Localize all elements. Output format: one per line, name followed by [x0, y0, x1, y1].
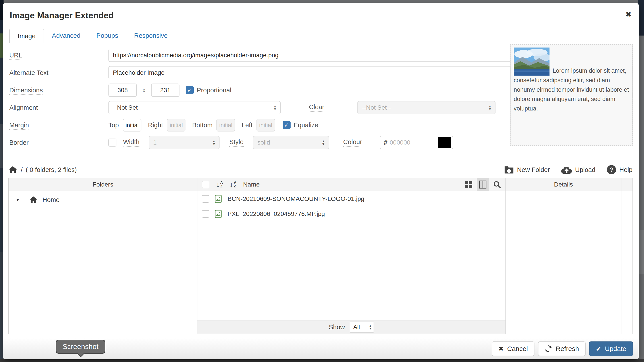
alignment-select[interactable]: --Not Set-- ▲▼ — [108, 101, 280, 114]
height-input[interactable] — [151, 84, 180, 97]
colour-swatch[interactable] — [438, 137, 451, 148]
margin-right-input[interactable] — [167, 119, 186, 132]
refresh-button[interactable]: Refresh — [538, 342, 586, 356]
image-file-icon — [215, 195, 222, 203]
cancel-x-icon: ✖ — [498, 345, 504, 353]
border-width-select[interactable]: 1 ▲▼ — [149, 136, 220, 149]
upload-button[interactable]: Upload — [561, 166, 595, 174]
update-button[interactable]: ✔ Update — [589, 342, 633, 356]
alignment-row: Alignment --Not Set-- ▲▼ Clear --Not Set… — [9, 101, 516, 114]
details-body — [506, 191, 632, 334]
file-row[interactable]: PXL_20220806_020459776.MP.jpg — [198, 206, 506, 221]
margin-bottom-label: Bottom — [192, 122, 212, 129]
select-arrows-icon: ▲▼ — [369, 325, 372, 330]
margin-right-label: Right — [148, 122, 163, 129]
margin-row: Margin Top Right Bottom Left ✓ Equalize — [9, 118, 516, 132]
details-scrollbar-divider — [621, 178, 622, 334]
name-column-header: Name — [243, 181, 260, 188]
folder-item-label: Home — [42, 196, 60, 203]
home-icon[interactable] — [9, 166, 17, 173]
browser-actions: New Folder Upload ? Help — [504, 165, 632, 174]
show-select[interactable]: All ▲▼ — [350, 322, 374, 333]
margin-bottom-input[interactable] — [216, 119, 235, 132]
sort-name-icon[interactable]: ↓ AZ — [216, 181, 223, 188]
alternate-text-row: Alternate Text — [9, 66, 516, 79]
proportional-checkbox[interactable]: ✓ — [186, 86, 194, 94]
border-colour-input[interactable] — [390, 139, 438, 146]
image-preview-box: Lorem ipsum dolor sit amet, consetetur s… — [510, 44, 633, 146]
help-icon: ? — [607, 165, 616, 174]
tab-advanced[interactable]: Advanced — [44, 28, 88, 43]
file-browser: Folders ▼ Home ↓ AZ ↓ AZ Name — [8, 178, 633, 334]
border-colour-label: Colour — [343, 138, 362, 147]
search-icon[interactable] — [491, 178, 503, 191]
home-folder-icon — [30, 196, 37, 203]
details-panel: Details — [506, 178, 632, 334]
border-checkbox[interactable] — [108, 139, 116, 147]
caret-down-icon[interactable]: ▼ — [16, 197, 20, 202]
tab-image[interactable]: Image — [9, 29, 44, 43]
margin-left-label: Left — [242, 122, 252, 129]
border-row: Border Width 1 ▲▼ Style solid ▲▼ Colour … — [9, 136, 516, 149]
alternate-text-input[interactable] — [108, 66, 511, 79]
files-footer: Show All ▲▼ — [198, 320, 506, 334]
border-label: Border — [9, 139, 28, 147]
file-checkbox[interactable] — [202, 195, 209, 203]
cancel-button[interactable]: ✖ Cancel — [492, 342, 534, 356]
background-page-right-edge — [638, 0, 644, 362]
border-style-select[interactable]: solid ▲▼ — [253, 136, 329, 149]
url-row: URL — [9, 49, 516, 62]
hash-prefix: # — [384, 139, 388, 146]
folder-item-home[interactable]: ▼ Home — [9, 191, 197, 208]
border-style-label: Style — [229, 138, 244, 147]
screenshot-tooltip: Screenshot — [56, 340, 105, 354]
dialog-title: Image Manager Extended — [10, 10, 114, 20]
folders-header: Folders — [9, 178, 197, 191]
select-arrows-icon: ▲▼ — [273, 105, 277, 111]
file-name: PXL_20220806_020459776.MP.jpg — [228, 210, 325, 217]
margin-left-input[interactable] — [256, 119, 275, 132]
tab-popups[interactable]: Popups — [88, 28, 126, 43]
file-list: BCN-20210609-SONOMACOUNTY-LOGO-01.jpg PX… — [198, 191, 506, 320]
folder-summary: ( 0 folders, 2 files) — [26, 166, 76, 174]
equalize-label: Equalize — [294, 122, 318, 129]
equalize-checkbox[interactable]: ✓ — [282, 121, 290, 129]
image-file-icon — [215, 210, 222, 218]
update-check-icon: ✔ — [596, 345, 601, 353]
sort-date-icon[interactable]: ↓ AZ — [230, 181, 236, 188]
show-label: Show — [329, 324, 345, 331]
new-folder-icon — [504, 166, 514, 174]
dimensions-label: Dimensions — [9, 87, 43, 95]
select-all-checkbox[interactable] — [202, 181, 209, 188]
url-input[interactable] — [108, 49, 511, 62]
folders-panel: Folders ▼ Home — [9, 178, 198, 334]
file-checkbox[interactable] — [202, 210, 209, 218]
files-panel: ↓ AZ ↓ AZ Name — [198, 178, 506, 334]
file-row[interactable]: BCN-20210609-SONOMACOUNTY-LOGO-01.jpg — [198, 191, 506, 206]
tab-bar: Image Advanced Popups Responsive — [9, 29, 632, 43]
margin-top-input[interactable] — [123, 119, 142, 132]
close-icon[interactable]: ✖ — [626, 10, 632, 18]
proportional-label: Proportional — [197, 87, 231, 94]
select-arrows-icon: ▲▼ — [212, 140, 216, 145]
clear-link[interactable]: Clear — [309, 103, 324, 112]
alternate-text-label: Alternate Text — [9, 69, 48, 77]
dimensions-x-separator: x — [142, 87, 146, 94]
tab-responsive[interactable]: Responsive — [126, 28, 176, 43]
dimensions-row: Dimensions x ✓ Proportional — [9, 84, 516, 97]
grid-view-icon[interactable] — [462, 178, 475, 191]
breadcrumb-separator: / — [21, 166, 22, 174]
select-arrows-icon: ▲▼ — [488, 105, 492, 111]
background-page-bottom-edge — [0, 359, 644, 362]
help-button[interactable]: ? Help — [607, 165, 632, 174]
alignment-label: Alignment — [9, 104, 38, 112]
alignment-secondary-select[interactable]: --Not Set-- ▲▼ — [358, 101, 496, 114]
width-input[interactable] — [108, 84, 137, 97]
preview-thumbnail-image — [514, 47, 550, 76]
border-colour-field: # — [380, 136, 453, 149]
upload-icon — [561, 166, 572, 174]
select-arrows-icon: ▲▼ — [322, 140, 325, 145]
new-folder-button[interactable]: New Folder — [504, 166, 550, 174]
breadcrumb-bar: / ( 0 folders, 2 files) New Folder Uploa… — [9, 163, 632, 176]
column-view-icon[interactable] — [477, 178, 489, 191]
